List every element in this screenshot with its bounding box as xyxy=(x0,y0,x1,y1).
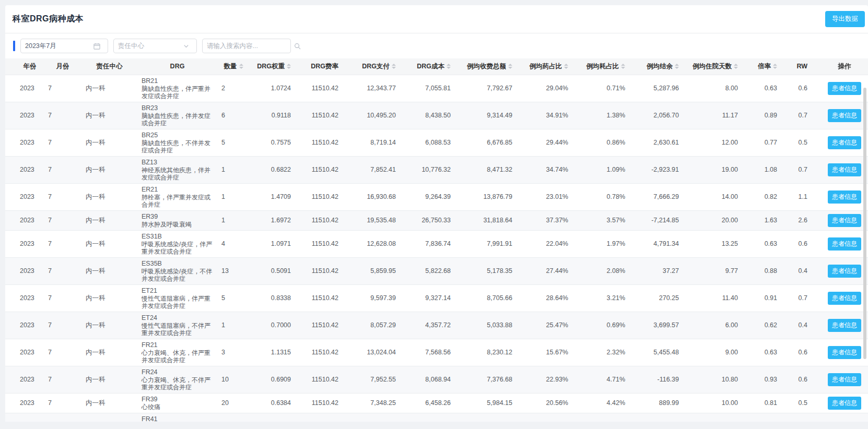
cell-pay: 8,057.29 xyxy=(343,312,400,339)
column-header-qty[interactable]: 数量 xyxy=(217,58,250,75)
cell-center: 内一科 xyxy=(81,210,137,230)
patient-info-button[interactable]: 患者信息 xyxy=(828,265,861,278)
cell-balance: 2,056.70 xyxy=(629,102,683,129)
cell-month: 7 xyxy=(44,129,81,156)
column-header-drug_pct[interactable]: 例均药占比 xyxy=(517,58,572,75)
cell-rw: 0.7 xyxy=(781,284,821,312)
cell-avg_charge: 8,471.32 xyxy=(455,156,517,183)
cell-year: 2023 xyxy=(5,183,44,210)
cell-drg: ES35B呼吸系统感染/炎症，不伴并发症或合并症 xyxy=(137,257,217,284)
drg-name: 脑缺血性疾患，伴并发症或合并症 xyxy=(142,112,213,127)
cell-pay: 12,343.77 xyxy=(343,75,400,102)
column-header-cost[interactable]: DRG成本 xyxy=(400,58,455,75)
cell-month: 7 xyxy=(44,413,81,422)
table-row: 20237内一科FR21心力衰竭、休克，伴严重并发症或合并症31.1315115… xyxy=(5,339,868,366)
column-header-avg_charge[interactable]: 例均收费总额 xyxy=(455,58,517,75)
sort-icon[interactable] xyxy=(564,64,568,69)
cell-weight: 1.0971 xyxy=(250,230,295,257)
drg-code: BR25 xyxy=(142,132,213,139)
patient-info-button[interactable]: 患者信息 xyxy=(828,237,861,251)
drg-code: ET24 xyxy=(142,314,213,322)
vertical-scrollbar[interactable] xyxy=(863,88,866,359)
sort-icon[interactable] xyxy=(239,64,243,69)
cell-drg: BR23脑缺血性疾患，伴并发症或合并症 xyxy=(137,102,217,129)
column-header-balance[interactable]: 例均结余 xyxy=(629,58,683,75)
cell-avg_charge: 6,676.85 xyxy=(455,129,517,156)
column-header-pay[interactable]: DRG支付 xyxy=(343,58,400,75)
cell-rw: 0.5 xyxy=(781,393,821,413)
column-header-consumable_pct[interactable]: 例均耗占比 xyxy=(572,58,629,75)
cell-ratio: 0.82 xyxy=(742,183,781,210)
cell-consumable_pct: 0.86% xyxy=(572,129,629,156)
cell-drg: ET21慢性气道阻塞病，伴严重并发症或合并症 xyxy=(137,284,217,312)
sort-icon[interactable] xyxy=(734,64,738,69)
table-row: 20237内一科BR23脑缺血性疾患，伴并发症或合并症60.911811510.… xyxy=(5,102,868,129)
table-row: 20237内一科ET24慢性气道阻塞病，不伴严重并发症或合并症10.700011… xyxy=(5,312,868,339)
center-select[interactable]: 责任中心 xyxy=(113,39,197,53)
cell-avg_charge: 7,376.68 xyxy=(455,366,517,393)
cell-weight: 0.7000 xyxy=(250,312,295,339)
drg-code: ER21 xyxy=(142,186,213,194)
cell-cost: 4,357.72 xyxy=(400,312,455,339)
cell-qty: 10 xyxy=(217,366,250,393)
sort-icon[interactable] xyxy=(447,64,451,69)
cell-rw: 0.7 xyxy=(781,413,821,422)
sort-icon[interactable] xyxy=(392,64,396,69)
column-label: 责任中心 xyxy=(97,63,123,70)
cell-rate: 11510.42 xyxy=(295,312,343,339)
content-card: 科室DRG病种成本 导出数据 2023年7月 责任中心 xyxy=(5,5,868,422)
column-label: 年份 xyxy=(24,63,37,70)
patient-info-button[interactable]: 患者信息 xyxy=(828,214,861,227)
cell-pay: 10,495.20 xyxy=(343,102,400,129)
month-picker[interactable]: 2023年7月 xyxy=(20,39,108,53)
cell-avg_days: 9.77 xyxy=(683,257,742,284)
cell-weight: 1.1315 xyxy=(250,339,295,366)
patient-info-button[interactable]: 患者信息 xyxy=(828,346,861,359)
cell-year: 2023 xyxy=(5,393,44,413)
patient-info-button[interactable]: 患者信息 xyxy=(828,319,861,332)
sort-icon[interactable] xyxy=(675,64,679,69)
cell-rate: 11510.42 xyxy=(295,129,343,156)
column-header-avg_days[interactable]: 例均住院天数 xyxy=(683,58,742,75)
cell-cost: 5,822.68 xyxy=(400,257,455,284)
sort-icon[interactable] xyxy=(508,64,512,69)
cell-drug_pct: 15.67% xyxy=(517,339,572,366)
sort-icon[interactable] xyxy=(773,64,777,69)
drg-code: FR41 xyxy=(142,415,213,422)
cell-cost: 26,750.33 xyxy=(400,210,455,230)
drg-name: 呼吸系统感染/炎症，伴严重并发症或合并症 xyxy=(142,241,213,255)
cell-ratio: 0.93 xyxy=(742,366,781,393)
cell-pay: 16,930.68 xyxy=(343,183,400,210)
patient-info-button[interactable]: 患者信息 xyxy=(828,136,861,149)
patient-info-button[interactable]: 患者信息 xyxy=(828,163,861,176)
table-row: 20237内一科ES31B呼吸系统感染/炎症，伴严重并发症或合并症41.0971… xyxy=(5,230,868,257)
cell-month: 7 xyxy=(44,183,81,210)
sort-icon[interactable] xyxy=(287,64,291,69)
search-input[interactable] xyxy=(203,39,294,53)
patient-info-button[interactable]: 患者信息 xyxy=(828,292,861,305)
column-header-ratio[interactable]: 倍率 xyxy=(742,58,781,75)
cell-cost: 6,088.53 xyxy=(400,129,455,156)
cell-rw: 2.6 xyxy=(781,210,821,230)
table-header-row: 年份月份责任中心DRG数量DRG权重DRG费率DRG支付DRG成本例均收费总额例… xyxy=(5,58,868,75)
cell-cost: 7,836.74 xyxy=(400,230,455,257)
patient-info-button[interactable]: 患者信息 xyxy=(828,82,861,95)
cell-consumable_pct: 0.78% xyxy=(572,183,629,210)
export-data-button[interactable]: 导出数据 xyxy=(825,11,865,27)
cell-avg_charge: 8,705.66 xyxy=(455,284,517,312)
cell-pay: 7,952.55 xyxy=(343,366,400,393)
cell-avg_charge: 7,991.91 xyxy=(455,230,517,257)
patient-info-button[interactable]: 患者信息 xyxy=(828,190,861,204)
patient-info-button[interactable]: 患者信息 xyxy=(828,373,861,386)
patient-info-button[interactable]: 患者信息 xyxy=(828,397,861,410)
cell-center: 内一科 xyxy=(81,366,137,393)
table-row: 20237内一科FR39心绞痛200.638411510.427,348.256… xyxy=(5,393,868,413)
column-header-weight[interactable]: DRG权重 xyxy=(250,58,295,75)
cell-month: 7 xyxy=(44,75,81,102)
sort-icon[interactable] xyxy=(621,64,625,69)
search-icon[interactable] xyxy=(294,43,304,50)
patient-info-button[interactable]: 患者信息 xyxy=(828,109,861,122)
cell-month: 7 xyxy=(44,210,81,230)
cell-avg_charge: 7,792.67 xyxy=(455,75,517,102)
cell-qty: 1 xyxy=(217,156,250,183)
